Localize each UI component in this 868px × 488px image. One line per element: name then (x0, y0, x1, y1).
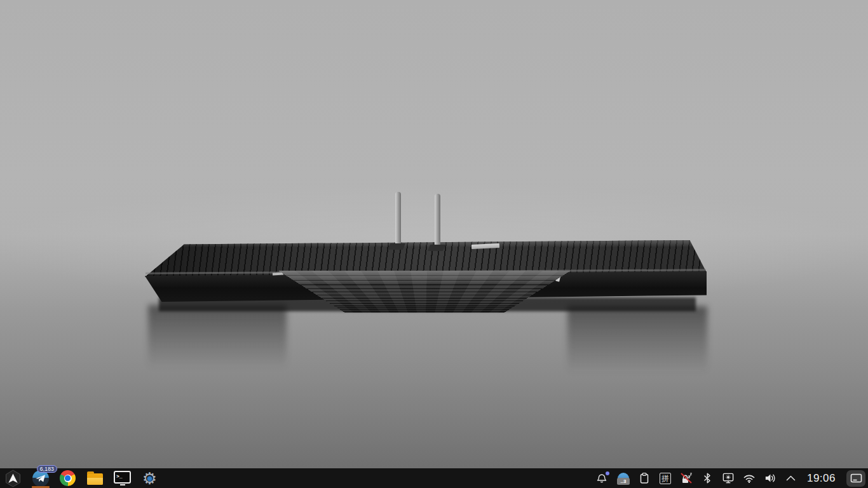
taskbar: 6,183 >_ ⚙ (0, 468, 868, 488)
pinyin-icon: 拼 (660, 473, 671, 484)
volume-tray-button[interactable] (764, 468, 776, 488)
terminal-dock-button[interactable]: >_ (111, 468, 133, 488)
telegram-unread-badge: 6,183 (37, 465, 57, 473)
bluetooth-icon (702, 472, 713, 484)
color-temperature-tray-button[interactable] (722, 468, 735, 488)
lock-sleep-disabled-icon (680, 472, 693, 484)
chevron-up-icon (785, 475, 796, 482)
clipboard-icon (639, 472, 650, 484)
chrome-dock-button[interactable] (57, 468, 79, 488)
keep-awake-tray-button[interactable] (680, 468, 693, 488)
ladder-base-right (428, 245, 445, 251)
telegram-tray-icon: ..3 (618, 473, 629, 484)
dock: 6,183 >_ ⚙ (0, 468, 161, 488)
clipboard-tray-button[interactable] (638, 468, 651, 488)
tray-expand-button[interactable] (785, 468, 797, 488)
paper-plane-glyph (35, 473, 46, 483)
desktop-wallpaper[interactable] (0, 0, 868, 488)
platform-reflection-left (148, 305, 287, 369)
app-launcher-button[interactable] (2, 468, 24, 488)
notifications-tray-button[interactable] (596, 468, 609, 488)
telegram-tray-button[interactable]: ..3 (617, 468, 630, 488)
ladder-base-left (388, 243, 405, 250)
notification-indicator-dot (606, 471, 609, 475)
speaker-icon (764, 473, 776, 484)
wifi-tray-button[interactable] (743, 468, 756, 488)
hexagon-arrow-icon (4, 470, 22, 487)
gear-icon: ⚙ (142, 470, 157, 487)
window-outline-icon (850, 473, 862, 483)
chrome-blue-core (65, 475, 71, 481)
telegram-dock-button[interactable]: 6,183 (29, 468, 51, 488)
folder-icon (87, 473, 103, 485)
file-manager-dock-button[interactable] (84, 468, 106, 488)
platform-reflection-right (567, 306, 707, 373)
system-tray: ..3 拼 (596, 468, 868, 488)
chrome-icon (60, 470, 76, 486)
bluetooth-tray-button[interactable] (701, 468, 714, 488)
terminal-stand (120, 484, 125, 485)
gear-blue-hub (147, 476, 153, 482)
terminal-prompt-glyph: >_ (114, 471, 131, 484)
input-method-tray-button[interactable]: 拼 (659, 468, 672, 488)
show-desktop-button[interactable] (846, 470, 865, 487)
ladder-post-right (435, 194, 440, 249)
wifi-icon (743, 473, 756, 484)
clock[interactable]: 19:06 (806, 472, 837, 485)
telegram-tray-count: ..3 (617, 478, 630, 485)
ladder-post-left (395, 192, 401, 249)
settings-dock-button[interactable]: ⚙ (139, 468, 161, 488)
monitor-sun-icon (722, 472, 735, 484)
active-app-indicator (32, 486, 50, 488)
terminal-icon: >_ (114, 471, 131, 485)
